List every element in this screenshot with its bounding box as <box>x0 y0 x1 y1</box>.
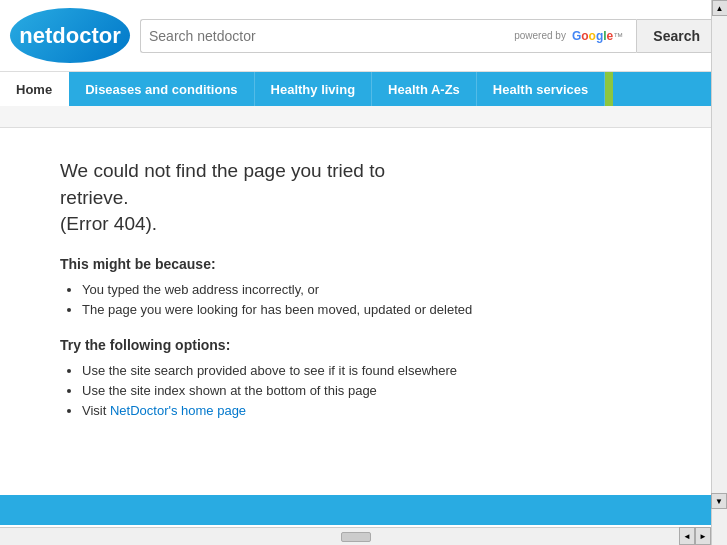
error-title: We could not find the page you tried to … <box>60 158 640 238</box>
might-be-heading: This might be because: <box>60 256 640 272</box>
site-logo[interactable]: netdoctor <box>10 8 130 63</box>
site-header: netdoctor powered by Google™ Search <box>0 0 727 72</box>
vertical-scrollbar[interactable]: ▲ <box>711 0 727 453</box>
search-input[interactable] <box>149 28 514 44</box>
try-list: Use the site search provided above to se… <box>82 363 640 418</box>
search-input-wrap: powered by Google™ <box>140 19 636 53</box>
nav-item-home[interactable]: Home <box>0 72 69 106</box>
sub-header-bar <box>0 106 727 128</box>
nav-item-health-azs[interactable]: Health A-Zs <box>372 72 477 106</box>
nav-item-healthy-living[interactable]: Healthy living <box>255 72 373 106</box>
scroll-up-button[interactable]: ▲ <box>712 0 728 16</box>
green-accent-bar <box>605 72 613 106</box>
list-item: You typed the web address incorrectly, o… <box>82 282 640 297</box>
list-item: Use the site index shown at the bottom o… <box>82 383 640 398</box>
search-area: powered by Google™ Search <box>140 19 717 53</box>
main-navigation: Home Diseases and conditions Healthy liv… <box>0 72 727 106</box>
nav-item-diseases[interactable]: Diseases and conditions <box>69 72 254 106</box>
main-content: We could not find the page you tried to … <box>0 128 680 453</box>
logo-text: netdoctor <box>19 23 120 49</box>
search-button[interactable]: Search <box>636 19 717 53</box>
list-item: The page you were looking for has been m… <box>82 302 640 317</box>
try-heading: Try the following options: <box>60 337 640 353</box>
might-be-list: You typed the web address incorrectly, o… <box>82 282 640 317</box>
list-item: Use the site search provided above to se… <box>82 363 640 378</box>
home-page-link[interactable]: NetDoctor's home page <box>110 403 246 418</box>
list-item-home-link: Visit NetDoctor's home page <box>82 403 640 418</box>
nav-item-health-services[interactable]: Health services <box>477 72 605 106</box>
powered-by-label: powered by Google™ <box>514 29 628 43</box>
